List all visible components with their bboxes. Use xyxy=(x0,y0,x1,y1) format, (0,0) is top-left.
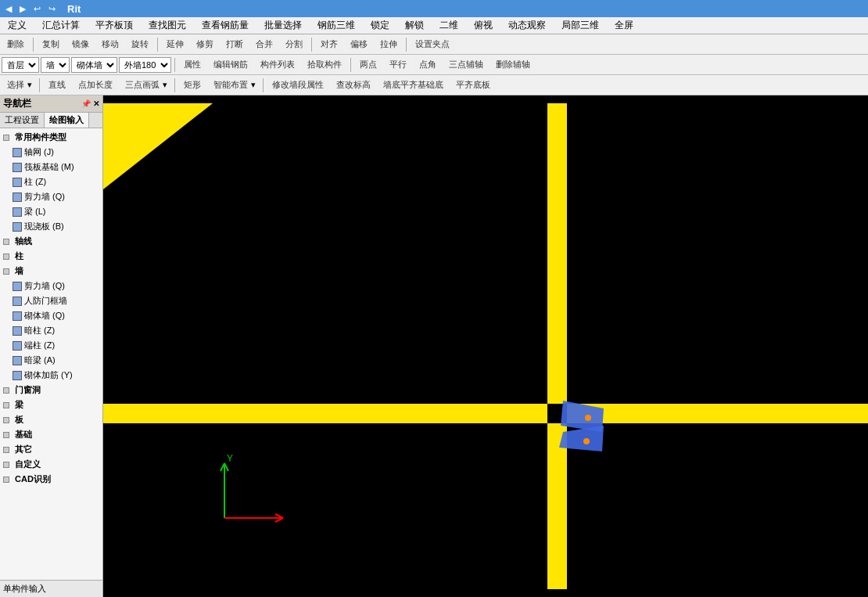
menu-top-view[interactable]: 俯视 xyxy=(469,17,497,34)
btn-component-list[interactable]: 构件列表 xyxy=(255,56,300,73)
left-panel-body[interactable]: 常用构件类型 轴网 (J) 筏板基础 (M) 柱 (Z) 剪力墙 (Q) 梁 (… xyxy=(0,128,102,580)
btn-smart-layout[interactable]: 智能布置 ▾ xyxy=(208,77,260,93)
tree-item-21[interactable]: 其它 xyxy=(0,442,102,457)
toolbar-draw: 选择 ▾ 直线 点加长度 三点画弧 ▾ 矩形 智能布置 ▾ 修改墙段属性 查改标… xyxy=(0,75,868,95)
menu-unlock[interactable]: 解锁 xyxy=(400,17,429,34)
qa-undo-btn[interactable]: ↩ xyxy=(31,3,43,15)
toolbar-layer: 首层 墙 砌体墙 外墙180 属性 编辑钢筋 构件列表 拾取构件 两点 平行 点… xyxy=(0,55,868,75)
btn-three-point-aux[interactable]: 三点辅轴 xyxy=(443,56,489,73)
tree-item-4[interactable]: 剪力墙 (Q) xyxy=(0,189,102,204)
menu-calc[interactable]: 汇总计算 xyxy=(38,17,84,34)
tree-item-22[interactable]: 自定义 xyxy=(0,457,102,472)
btn-delete-aux[interactable]: 删除辅轴 xyxy=(490,56,536,73)
btn-select[interactable]: 选择 ▾ xyxy=(2,77,36,93)
tree-item-20[interactable]: 基础 xyxy=(0,427,102,442)
btn-split[interactable]: 分割 xyxy=(280,36,308,52)
menu-lock[interactable]: 锁定 xyxy=(366,17,394,34)
select-type[interactable]: 墙 xyxy=(41,57,70,73)
tree-item-13[interactable]: 暗柱 (Z) xyxy=(0,323,102,338)
btn-offset[interactable]: 偏移 xyxy=(345,36,373,52)
btn-check-height[interactable]: 查改标高 xyxy=(331,77,376,93)
cad-drawing: Y xyxy=(103,95,868,597)
menu-fullscreen[interactable]: 全屏 xyxy=(610,17,638,34)
tree-item-2[interactable]: 筏板基础 (M) xyxy=(0,160,102,174)
qa-forward-btn[interactable]: ▶ xyxy=(17,3,28,15)
btn-parallel[interactable]: 平行 xyxy=(384,56,412,73)
tree-item-11[interactable]: 人防门框墙 xyxy=(0,293,102,308)
tree-item-19[interactable]: 板 xyxy=(0,412,102,427)
tree-item-5[interactable]: 梁 (L) xyxy=(0,204,102,219)
tree-item-18[interactable]: 梁 xyxy=(0,397,102,412)
tree-item-12[interactable]: 砌体墙 (Q) xyxy=(0,308,102,323)
menu-define[interactable]: 定义 xyxy=(3,17,31,34)
btn-line[interactable]: 直线 xyxy=(43,77,71,93)
tree-item-23[interactable]: CAD识别 xyxy=(0,472,102,487)
cad-canvas-area[interactable]: Y xyxy=(103,95,868,597)
sep6 xyxy=(350,58,351,72)
tree-item-3[interactable]: 柱 (Z) xyxy=(0,174,102,189)
svg-point-9 xyxy=(583,438,590,444)
btn-mirror[interactable]: 镜像 xyxy=(66,36,95,52)
btn-edit-rebar[interactable]: 编辑钢筋 xyxy=(208,56,253,73)
btn-extend[interactable]: 延伸 xyxy=(161,36,189,52)
tree-item-14[interactable]: 端柱 (Z) xyxy=(0,338,102,353)
menu-batch-select[interactable]: 批量选择 xyxy=(260,17,307,34)
tree-item-1[interactable]: 轴网 (J) xyxy=(0,145,102,160)
btn-delete[interactable]: 删除 xyxy=(2,36,30,52)
btn-trim[interactable]: 修剪 xyxy=(191,36,219,52)
btn-merge[interactable]: 合并 xyxy=(250,36,278,52)
btn-point-angle[interactable]: 点角 xyxy=(414,56,442,73)
btn-wall-bottom-align[interactable]: 墙底平齐基础底 xyxy=(378,77,449,93)
select-subtype[interactable]: 砌体墙 xyxy=(71,57,117,73)
svg-rect-0 xyxy=(103,103,868,589)
quick-access-bar: ◀ ▶ ↩ ↪ Rit xyxy=(0,0,868,17)
btn-rectangle[interactable]: 矩形 xyxy=(178,77,206,93)
qa-redo-btn[interactable]: ↪ xyxy=(46,3,58,15)
btn-modify-wall-attr[interactable]: 修改墙段属性 xyxy=(267,77,329,93)
btn-stretch[interactable]: 拉伸 xyxy=(375,36,403,52)
menu-dynamic-observe[interactable]: 动态观察 xyxy=(504,17,551,34)
btn-pick-component[interactable]: 拾取构件 xyxy=(302,56,347,73)
tree-item-10[interactable]: 剪力墙 (Q) xyxy=(0,279,102,293)
sep9 xyxy=(263,78,264,92)
btn-copy[interactable]: 复制 xyxy=(37,36,65,52)
btn-move[interactable]: 移动 xyxy=(96,36,124,52)
tab-drawing-input[interactable]: 绘图输入 xyxy=(45,113,89,128)
svg-rect-3 xyxy=(103,404,868,423)
svg-rect-4 xyxy=(547,103,567,589)
tree-item-16[interactable]: 砌体加筋 (Y) xyxy=(0,368,102,383)
btn-rotate[interactable]: 旋转 xyxy=(126,36,154,52)
btn-align[interactable]: 对齐 xyxy=(315,36,343,52)
btn-break[interactable]: 打断 xyxy=(221,36,249,52)
svg-text:Y: Y xyxy=(227,453,233,464)
menu-local-3d[interactable]: 局部三维 xyxy=(557,17,604,34)
menu-rebar-3d[interactable]: 钢筋三维 xyxy=(313,17,360,34)
btn-property[interactable]: 属性 xyxy=(178,56,206,73)
tree-item-17[interactable]: 门窗洞 xyxy=(0,383,102,397)
btn-three-arc[interactable]: 三点画弧 ▾ xyxy=(120,77,171,93)
left-panel-footer[interactable]: 单构件输入 xyxy=(0,580,102,597)
btn-align-bottom-slab[interactable]: 平齐底板 xyxy=(450,77,496,93)
menu-find[interactable]: 查找图元 xyxy=(144,17,191,34)
sep3 xyxy=(311,38,312,52)
tree-item-9[interactable]: 墙 xyxy=(0,264,102,279)
main-layout: 导航栏 📌 ✕ 工程设置 绘图输入 常用构件类型 轴网 (J) 筏板基础 (M)… xyxy=(0,95,868,597)
toolbar-edit: 删除 复制 镜像 移动 旋转 延伸 修剪 打断 合并 分割 对齐 偏移 拉伸 设… xyxy=(0,34,868,55)
menu-view-rebar[interactable]: 查看钢筋量 xyxy=(197,17,253,34)
left-panel-pin[interactable]: 📌 ✕ xyxy=(81,99,99,108)
menu-align-top[interactable]: 平齐板顶 xyxy=(91,17,138,34)
tree-item-6[interactable]: 现浇板 (B) xyxy=(0,219,102,234)
tree-item-7[interactable]: 轴线 xyxy=(0,234,102,249)
sep8 xyxy=(174,78,175,92)
menu-2d[interactable]: 二维 xyxy=(435,17,463,34)
tab-project-settings[interactable]: 工程设置 xyxy=(0,113,45,128)
select-spec[interactable]: 外墙180 xyxy=(119,57,171,73)
tree-item-8[interactable]: 柱 xyxy=(0,249,102,264)
btn-set-grip[interactable]: 设置夹点 xyxy=(410,36,455,52)
qa-back-btn[interactable]: ◀ xyxy=(3,3,14,15)
tree-item-15[interactable]: 暗梁 (A) xyxy=(0,353,102,368)
btn-two-point[interactable]: 两点 xyxy=(354,56,382,73)
select-floor[interactable]: 首层 xyxy=(2,57,39,73)
tree-item-0[interactable]: 常用构件类型 xyxy=(0,130,102,145)
btn-point-length[interactable]: 点加长度 xyxy=(73,77,118,93)
